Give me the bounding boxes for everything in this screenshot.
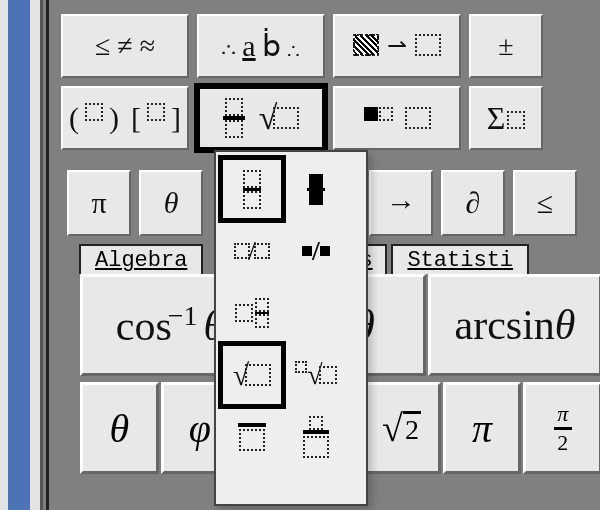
slashfrac2-icon: / (302, 235, 330, 267)
partial-label: ∂ (466, 188, 481, 218)
pi-const-button[interactable]: π (443, 382, 522, 474)
phi-label: φ (189, 405, 211, 452)
mixed-icon (235, 298, 269, 328)
popup-frac-vertical[interactable] (223, 160, 281, 218)
plusminus-button[interactable]: ± (469, 14, 543, 78)
sqrt2-button[interactable]: √2 (362, 382, 441, 474)
popup-nthroot[interactable]: √ (287, 346, 345, 404)
theta-label: θ (164, 188, 179, 218)
matrix-ops-button[interactable]: ⇀ (333, 14, 461, 78)
fraction-radical-popup: / / √ √ (214, 150, 368, 506)
decor-icon: ⸫ aḃ ∴ (222, 31, 299, 61)
pi-button[interactable]: π (67, 170, 131, 236)
tab-algebra[interactable]: Algebra (79, 244, 203, 274)
sub-super-button[interactable] (333, 86, 461, 150)
arcsin-label: arcsinθ (455, 301, 576, 349)
popup-overbar[interactable] (223, 408, 281, 466)
sum-label: Σ (487, 102, 526, 134)
pi2-label: π (472, 405, 492, 452)
matrix-icon: ⇀ (353, 34, 441, 58)
theta-button[interactable]: θ (139, 170, 203, 236)
fraction-radical-button[interactable]: √ (197, 86, 325, 150)
relational-label: ≤ ≠ ≈ (95, 32, 155, 60)
popup-frac-slash-solid[interactable]: / (287, 222, 345, 280)
arrow-label: → (386, 188, 416, 218)
pm-label: ± (498, 32, 513, 60)
brackets-button[interactable]: () [] (61, 86, 189, 150)
popup-over-under-bar[interactable] (287, 408, 345, 466)
sqrt2-label: √2 (382, 406, 421, 450)
tab-statistics[interactable]: Statisti (391, 244, 529, 274)
lteq-label: ≤ (537, 188, 553, 218)
overbar-icon (238, 423, 266, 451)
popup-sqrt[interactable]: √ (223, 346, 281, 404)
theta2-label: θ (109, 405, 129, 452)
frac-rad-icon: √ (223, 98, 300, 138)
popup-frac-solid[interactable] (287, 160, 345, 218)
overunder-icon (303, 416, 329, 458)
sum-button[interactable]: Σ (469, 86, 543, 150)
nroot-icon: √ (295, 359, 336, 391)
bracket-icon: () [] (69, 103, 181, 133)
half-pi-label: π2 (554, 401, 572, 456)
lteq-button[interactable]: ≤ (513, 170, 577, 236)
popup-mixed-fraction[interactable] (223, 284, 281, 342)
frac-solid-icon (307, 174, 325, 205)
theta-var-button[interactable]: θ (80, 382, 159, 474)
acos-label: cos−1θ (116, 300, 224, 350)
popup-frac-slash-dotted[interactable]: / (223, 222, 281, 280)
half-pi-button[interactable]: π2 (523, 382, 600, 474)
slashfrac-icon: / (234, 235, 270, 267)
arrow-right-button[interactable]: → (369, 170, 433, 236)
pi-label: π (91, 188, 106, 218)
arcsin-button[interactable]: arcsinθ (428, 274, 600, 376)
vertical-scrollbar[interactable] (8, 0, 30, 510)
window-edge (0, 0, 43, 510)
subsuper-icon (364, 107, 431, 129)
partial-button[interactable]: ∂ (441, 170, 505, 236)
decoration-ops-button[interactable]: ⸫ aḃ ∴ (197, 14, 325, 78)
relational-ops-button[interactable]: ≤ ≠ ≈ (61, 14, 189, 78)
frac-vert-icon (243, 170, 261, 209)
sqrt-icon: √ (233, 358, 271, 392)
